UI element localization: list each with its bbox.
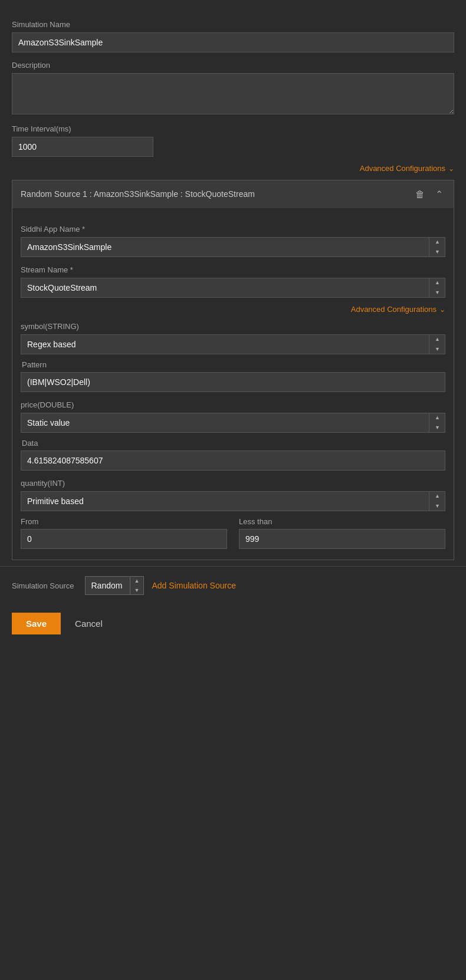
source-card-body: Siddhi App Name * AmazonS3SinkSample ▲ ▼… [12,208,454,560]
stream-name-label: Stream Name * [21,265,445,274]
less-than-col: Less than [239,517,445,549]
siddhi-app-label: Siddhi App Name * [21,225,445,234]
quantity-type-select[interactable]: Primitive based Regex based Static value [21,491,445,511]
chevron-down-icon: ⌄ [448,165,454,173]
from-label: From [21,517,227,526]
stream-name-select-wrapper: StockQuoteStream ▲ ▼ [21,278,445,298]
quantity-label: quantity(INT) [21,479,445,488]
advanced-config-toggle-1[interactable]: Advanced Configurations ⌄ [12,164,454,173]
chevron-up-icon: ⌃ [435,189,443,199]
cancel-button[interactable]: Cancel [67,613,111,634]
quantity-type-select-wrapper: Primitive based Regex based Static value… [21,491,445,511]
time-interval-input[interactable] [12,137,153,157]
siddhi-app-select-wrapper: AmazonS3SinkSample ▲ ▼ [21,237,445,257]
simulation-source-select[interactable]: Random CSV File Database [85,576,144,595]
less-than-label: Less than [239,517,445,526]
description-label: Description [12,61,454,70]
data-label: Data [21,439,445,448]
stream-name-select[interactable]: StockQuoteStream [21,278,445,298]
collapse-source-button[interactable]: ⌃ [433,188,445,201]
source-card-header: Random Source 1 : AmazonS3SinkSample : S… [12,180,454,208]
price-label: price(DOUBLE) [21,400,445,409]
data-input[interactable] [21,450,445,471]
source-card-title: Random Source 1 : AmazonS3SinkSample : S… [21,189,255,200]
advanced-config-toggle-2[interactable]: Advanced Configurations ⌄ [21,305,445,314]
symbol-type-select[interactable]: Regex based Static value Primitive based [21,334,445,354]
less-than-input[interactable] [239,529,445,549]
save-button[interactable]: Save [12,613,61,634]
data-field: Data [21,439,445,471]
symbol-type-select-wrapper: Regex based Static value Primitive based… [21,334,445,354]
from-lessthan-row: From Less than [21,517,445,549]
action-buttons: Save Cancel [0,604,466,646]
simulation-name-label: Simulation Name [12,20,454,29]
price-type-select-wrapper: Static value Regex based Primitive based… [21,413,445,433]
source-card-actions: 🗑 ⌃ [413,188,445,201]
symbol-label: symbol(STRING) [21,322,445,331]
price-type-select[interactable]: Static value Regex based Primitive based [21,413,445,433]
pattern-input[interactable] [21,372,445,392]
siddhi-app-select[interactable]: AmazonS3SinkSample [21,237,445,257]
source-card: Random Source 1 : AmazonS3SinkSample : S… [12,180,454,560]
pattern-field: Pattern [21,360,445,392]
description-input[interactable] [12,73,454,114]
simulation-source-select-wrapper: Random CSV File Database ▲ ▼ [85,576,144,595]
add-simulation-source-button[interactable]: Add Simulation Source [152,581,236,590]
simulation-name-input[interactable] [12,32,454,52]
footer-bar: Simulation Source Random CSV File Databa… [0,566,466,604]
pattern-label: Pattern [21,360,445,369]
simulation-source-label: Simulation Source [12,581,74,590]
delete-source-button[interactable]: 🗑 [413,188,427,201]
chevron-down-icon-2: ⌄ [439,305,445,314]
trash-icon: 🗑 [415,189,425,199]
from-input[interactable] [21,529,227,549]
time-interval-label: Time Interval(ms) [12,124,454,133]
from-col: From [21,517,227,549]
